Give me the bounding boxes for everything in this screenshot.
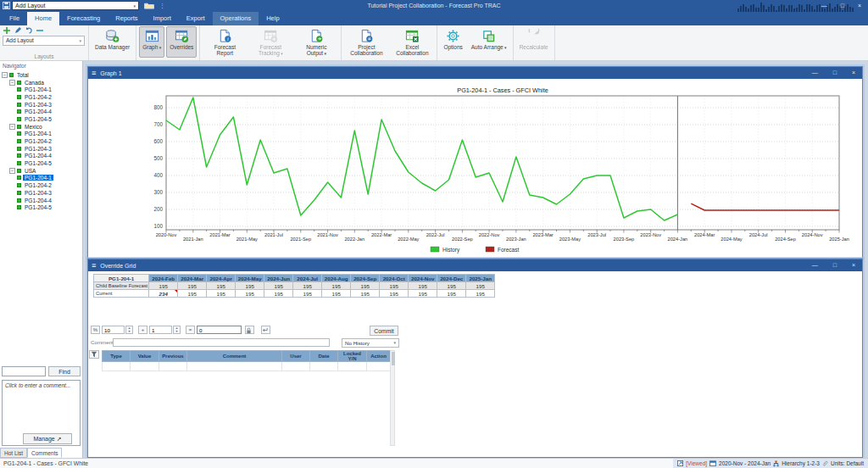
tree-item-pg1-204-3[interactable]: PG1-204-3 [0,101,82,109]
tree-item-pg1-204-3[interactable]: PG1-204-3 [0,189,82,197]
close-button[interactable]: × [852,67,855,79]
commit-button[interactable]: Commit [370,326,398,336]
history-filter-select[interactable]: No History▾ [342,338,399,348]
options-button[interactable]: Options [440,26,465,58]
history-scrollbar[interactable] [390,350,395,446]
grid-cell[interactable]: 195 [466,290,495,298]
edit-layout-icon[interactable] [14,27,21,34]
tab-file[interactable]: File [2,12,27,25]
grid-cell[interactable]: 234 [149,290,178,298]
tab-import[interactable]: Import [146,12,179,25]
tree-item-pg1-204-4[interactable]: PG1-204-4 [0,153,82,160]
tree-item-pg1-204-5[interactable]: PG1-204-5 [0,203,82,211]
tree-item-mexico[interactable]: −Mexico [0,123,82,131]
panel-tab-comments[interactable]: Comments [27,448,62,458]
find-input[interactable] [2,366,46,376]
grid-cell[interactable]: 195 [207,282,236,290]
tree-item-pg1-204-4[interactable]: PG1-204-4 [0,108,82,115]
percent-adjust-input[interactable] [102,326,125,334]
history-column-header[interactable]: Date [310,351,338,362]
grid-cell[interactable]: 195 [322,282,351,290]
maximize-button[interactable]: □ [841,0,844,12]
override-window-titlebar[interactable]: ≡ Override Grid — □ × [88,259,862,271]
override-grid-table[interactable]: PG1-204-12024-Feb2024-Mar2024-Apr2024-Ma… [93,274,495,298]
scrollbar-thumb[interactable] [392,352,395,365]
add-layout-icon[interactable] [3,27,10,34]
close-button[interactable]: × [852,259,855,271]
grid-cell[interactable]: 195 [437,282,466,290]
plus-spinner[interactable]: ▴▾ [173,326,181,334]
panel-tab-hot-list[interactable]: Hot List [0,448,27,458]
auto-arrange-button[interactable]: Auto Arrange ▾ [468,26,510,58]
forecast-chart[interactable]: 1002003004005006007008002020-Nov2021-Jan… [88,79,860,257]
grid-cell[interactable]: 195 [207,290,236,298]
grid-cell[interactable]: 195 [351,290,380,298]
tree-item-pg1-204-5[interactable]: PG1-204-5 [0,159,82,167]
tree-item-usa[interactable]: −USA [0,167,82,175]
tab-export[interactable]: Export [179,12,213,25]
numeric-output-button[interactable]: Numeric Output ▾ [294,26,338,58]
tab-home[interactable]: Home [27,12,59,25]
history-column-header[interactable]: Locked Y/N [338,351,367,362]
maximize-button[interactable]: □ [833,259,837,271]
minimize-button[interactable]: — [821,0,827,12]
equals-adjust-button[interactable]: = [186,326,195,334]
history-column-header[interactable]: User [282,351,310,362]
excel-collaboration-button[interactable]: Excel Collaboration [390,26,434,58]
grid-cell[interactable]: 195 [380,290,409,298]
tab-help[interactable]: Help [259,12,287,25]
history-column-header[interactable]: Action [367,351,391,362]
graph-button[interactable]: Graph ▾ [139,26,164,58]
overrides-button[interactable]: Overrides [166,26,197,58]
find-button[interactable]: Find [48,366,81,376]
project-collaboration-button[interactable]: Project Collaboration [344,26,388,58]
tree-item-pg1-204-5[interactable]: PG1-204-5 [0,115,82,123]
history-column-header[interactable]: Type [103,351,131,362]
grid-cell[interactable]: 195 [322,290,351,298]
window-menu-icon[interactable]: ≡ [92,259,96,271]
tree-item-pg1-204-3[interactable]: PG1-204-3 [0,145,82,153]
tree-item-pg1-204-2[interactable]: PG1-204-2 [0,137,82,145]
tree-item-pg1-204-4[interactable]: PG1-204-4 [0,197,82,204]
tab-reports[interactable]: Reports [108,12,145,25]
forecast-report-button[interactable]: iForecast Report [203,26,247,58]
grid-cell[interactable]: 195 [236,282,264,290]
tree-collapse-icon[interactable]: − [9,124,15,130]
undo-icon[interactable] [25,27,32,34]
percent-adjust-button[interactable]: % [91,326,100,334]
tree-item-pg1-204-2[interactable]: PG1-204-2 [0,181,82,189]
lock-button[interactable] [245,326,254,334]
tree-item-total[interactable]: −Total [0,71,82,79]
grid-cell[interactable]: 195 [466,282,495,290]
history-column-header[interactable]: Previous [159,351,187,362]
grid-cell[interactable]: 195 [264,282,293,290]
tab-operations[interactable]: Operations [213,12,259,25]
graph-window-titlebar[interactable]: ≡ Graph 1 — □ × [88,67,862,79]
minimize-button[interactable]: — [812,67,818,79]
tree-item-canada[interactable]: −Canada [0,79,82,86]
tree-item-pg1-204-1[interactable]: PG1-204-1 [0,175,82,182]
percent-spinner[interactable]: ▴▾ [125,326,133,334]
tab-forecasting[interactable]: Forecasting [59,12,108,25]
grid-cell[interactable]: 195 [293,282,322,290]
tree-collapse-icon[interactable]: − [9,80,15,86]
manage-button[interactable]: Manage ↗ [23,433,72,444]
apply-button[interactable] [261,326,270,334]
window-menu-icon[interactable]: ≡ [92,67,96,79]
grid-cell[interactable]: 195 [380,282,409,290]
tree-item-pg1-204-1[interactable]: PG1-204-1 [0,86,82,93]
grid-cell[interactable]: 195 [149,282,178,290]
close-button[interactable]: × [858,0,861,12]
tree-item-pg1-204-2[interactable]: PG1-204-2 [0,93,82,101]
plus-adjust-input[interactable] [149,326,172,334]
override-history-table[interactable]: TypeValuePreviousCommentUserDateLocked Y… [102,350,391,371]
maximize-button[interactable]: □ [833,67,837,79]
equals-adjust-input[interactable] [197,326,242,334]
tree-collapse-icon[interactable]: − [9,168,15,174]
filter-funnel-button[interactable] [89,350,99,359]
grid-cell[interactable]: 195 [236,290,264,298]
grid-cell[interactable]: 195 [178,282,207,290]
history-column-header[interactable]: Comment [187,351,282,362]
grid-cell[interactable]: 195 [409,290,437,298]
remove-layout-icon[interactable] [36,27,43,34]
